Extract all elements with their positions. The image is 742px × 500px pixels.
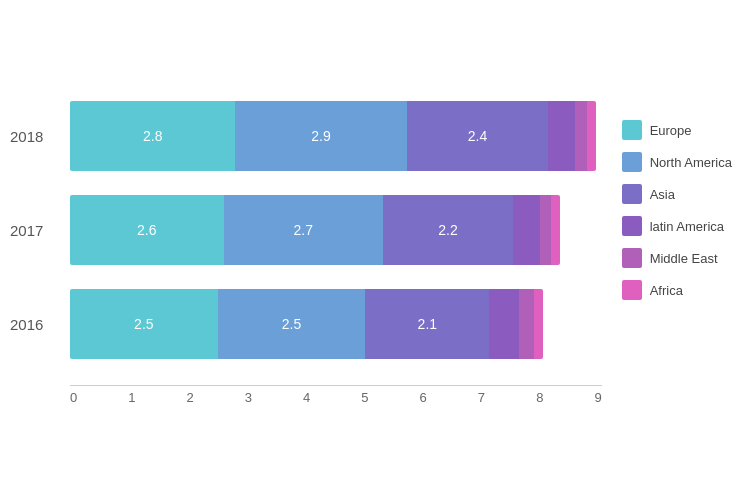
bar-wrapper-2016: 2.52.52.1 (70, 289, 543, 359)
legend-item-north-america: North America (622, 152, 732, 172)
bar-segment-2018-Latin America (548, 101, 575, 171)
legend-label-text: Africa (650, 283, 683, 298)
bar-row-2018: 20182.82.92.4 (70, 101, 602, 171)
x-tick: 6 (420, 390, 427, 405)
bar-segment-2017-North America: 2.7 (224, 195, 383, 265)
bars-area: 20182.82.92.420172.62.72.220162.52.52.1 … (70, 20, 602, 440)
bar-segment-2016-Africa (534, 289, 543, 359)
x-tick: 2 (187, 390, 194, 405)
bar-segment-2016-Latin America (489, 289, 519, 359)
legend-item-europe: Europe (622, 120, 732, 140)
bar-segment-2018-Africa (587, 101, 596, 171)
bar-wrapper-2017: 2.62.72.2 (70, 195, 560, 265)
legend-color-box (622, 184, 642, 204)
bar-segment-2016-Europe: 2.5 (70, 289, 218, 359)
bar-segment-2018-North America: 2.9 (235, 101, 406, 171)
legend-label-text: latin America (650, 219, 724, 234)
x-axis-ticks: 0123456789 (70, 386, 602, 405)
legend-color-box (622, 152, 642, 172)
legend-label-text: Asia (650, 187, 675, 202)
legend-color-box (622, 280, 642, 300)
legend-item-africa: Africa (622, 280, 732, 300)
x-tick: 9 (594, 390, 601, 405)
x-tick: 3 (245, 390, 252, 405)
legend-color-box (622, 248, 642, 268)
x-tick: 5 (361, 390, 368, 405)
legend-item-latin-america: latin America (622, 216, 732, 236)
legend-color-box (622, 120, 642, 140)
bar-segment-2018-Middle East (575, 101, 587, 171)
x-tick: 1 (128, 390, 135, 405)
bar-row-2016: 20162.52.52.1 (70, 289, 602, 359)
legend-label-text: Europe (650, 123, 692, 138)
legend-color-box (622, 216, 642, 236)
legend: EuropeNorth AmericaAsialatin AmericaMidd… (622, 120, 732, 340)
bar-segment-2017-Middle East (540, 195, 552, 265)
bar-segment-2017-Asia: 2.2 (383, 195, 513, 265)
x-axis: 0123456789 (70, 385, 602, 405)
x-tick: 8 (536, 390, 543, 405)
legend-label-text: North America (650, 155, 732, 170)
legend-label-text: Middle East (650, 251, 718, 266)
x-tick: 7 (478, 390, 485, 405)
legend-item-middle-east: Middle East (622, 248, 732, 268)
chart-container: 20182.82.92.420172.62.72.220162.52.52.1 … (0, 0, 742, 500)
bar-row-2017: 20172.62.72.2 (70, 195, 602, 265)
bar-segment-2018-Asia: 2.4 (407, 101, 549, 171)
legend-item-asia: Asia (622, 184, 732, 204)
x-tick: 0 (70, 390, 77, 405)
bar-segment-2017-Latin America (513, 195, 540, 265)
x-tick: 4 (303, 390, 310, 405)
bar-segment-2017-Africa (551, 195, 560, 265)
bar-segment-2017-Europe: 2.6 (70, 195, 224, 265)
bar-segment-2018-Europe: 2.8 (70, 101, 235, 171)
bar-wrapper-2018: 2.82.92.4 (70, 101, 596, 171)
bar-segment-2016-Asia: 2.1 (365, 289, 489, 359)
bar-segment-2016-Middle East (519, 289, 534, 359)
bar-segment-2016-North America: 2.5 (218, 289, 366, 359)
